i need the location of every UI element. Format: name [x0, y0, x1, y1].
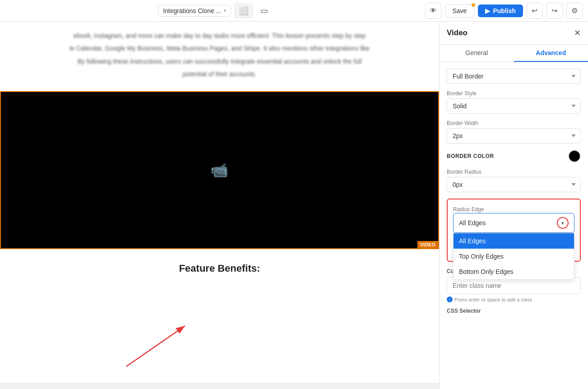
undo-icon: ↩ [532, 6, 537, 15]
border-width-select[interactable]: 2px [447, 128, 581, 144]
topbar-center: Integrations Clone ... ▾ ⬜ ▭ [158, 4, 272, 18]
border-style-group: Border Style Solid [447, 90, 581, 114]
desktop-view-button[interactable]: ⬜ [235, 4, 253, 18]
text-line-2: le Calendar, Google My Business, Meta Bu… [18, 43, 421, 53]
border-color-row: BORDER COLOR [447, 150, 581, 162]
border-radius-select[interactable]: 0px [447, 177, 581, 192]
topbar: Integrations Clone ... ▾ ⬜ ▭ 👁 Save ▶ Pu… [0, 0, 588, 22]
border-type-select[interactable]: Full Border [447, 69, 581, 84]
text-section: ebook, Instagram, and more can make day … [0, 22, 439, 91]
tab-general[interactable]: General [440, 45, 514, 62]
option-top-only-edges[interactable]: Top Only Edges [454, 249, 574, 264]
page-content: ebook, Instagram, and more can make day … [0, 22, 439, 383]
radius-edge-selected[interactable]: All Edges ▾ [453, 213, 574, 233]
panel-tabs: General Advanced [440, 45, 588, 62]
radius-edge-label: Radius Edge [453, 206, 484, 213]
border-color-label: BORDER COLOR [447, 153, 494, 159]
right-panel: Video ✕ General Advanced Full Border Bor… [439, 22, 588, 389]
border-style-label: Border Style [447, 90, 581, 97]
option-all-edges[interactable]: All Edges [454, 233, 574, 249]
css-selector-label: CSS Selector [447, 308, 581, 314]
settings-button[interactable]: ⚙ [566, 3, 583, 19]
project-name: Integrations Clone ... [163, 7, 221, 14]
radius-edge-dropdown[interactable]: All Edges ▾ All Edges Top Only Edges Bot… [453, 213, 574, 233]
panel-body: Full Border Border Style Solid Border Wi… [440, 62, 588, 389]
settings-icon: ⚙ [571, 6, 578, 15]
border-style-select[interactable]: Solid [447, 98, 581, 114]
canvas-area[interactable]: ebook, Instagram, and more can make day … [0, 22, 439, 389]
main-content: ebook, Instagram, and more can make day … [0, 22, 588, 389]
border-radius-label: Border Radius [447, 169, 581, 175]
border-width-label: Border Width [447, 120, 581, 126]
video-section[interactable]: 📹 VIDEO [0, 91, 439, 249]
panel-header: Video ✕ [440, 22, 588, 45]
dropdown-chevron-icon: ▾ [557, 217, 569, 229]
tab-advanced-label: Advanced [536, 49, 566, 56]
topbar-right: 👁 Save ▶ Publish ↩ ↪ ⚙ [425, 3, 583, 19]
text-line-3: By following these instructions, users c… [18, 56, 421, 66]
tab-general-label: General [465, 49, 488, 56]
tablet-view-button[interactable]: ▭ [256, 4, 272, 18]
features-section: Feature Benefits: [0, 249, 439, 288]
video-badge: VIDEO [417, 241, 438, 248]
radius-edge-section: Radius Edge All Edges ▾ All Edges Top On… [447, 199, 581, 262]
text-line-4: potential of their accounts. [18, 69, 421, 79]
tab-advanced[interactable]: Advanced [514, 45, 588, 62]
undo-button[interactable]: ↩ [527, 3, 543, 19]
preview-button[interactable]: 👁 [425, 3, 441, 19]
save-label: Save [453, 7, 467, 14]
video-inner: 📹 [66, 92, 372, 248]
unsaved-dot [472, 3, 475, 7]
redo-button[interactable]: ↪ [546, 3, 563, 19]
panel-close-button[interactable]: ✕ [574, 28, 581, 38]
hint-text: Press enter or space to add a class [454, 297, 532, 302]
project-selector[interactable]: Integrations Clone ... ▾ [158, 5, 231, 17]
features-title: Feature Benefits: [18, 263, 421, 274]
panel-title: Video [447, 28, 468, 37]
class-hint: i Press enter or space to add a class [447, 296, 581, 302]
video-camera-icon: 📹 [210, 162, 228, 179]
redo-icon: ↪ [551, 6, 557, 15]
publish-icon: ▶ [485, 7, 490, 14]
border-color-swatch[interactable] [568, 150, 581, 162]
project-chevron-icon: ▾ [224, 8, 226, 13]
info-icon: i [447, 296, 453, 302]
preview-icon: 👁 [430, 7, 437, 15]
option-bottom-only-edges[interactable]: Bottom Only Edges [454, 264, 574, 279]
save-button[interactable]: Save [445, 4, 475, 18]
radius-edge-value: All Edges [459, 219, 486, 227]
publish-button[interactable]: ▶ Publish [478, 5, 523, 17]
publish-label: Publish [493, 7, 516, 14]
border-color-group: BORDER COLOR [447, 150, 581, 162]
text-line-1: ebook, Instagram, and more can make day … [18, 31, 421, 41]
border-radius-group: Border Radius 0px [447, 169, 581, 192]
radius-edge-menu: All Edges Top Only Edges Bottom Only Edg… [453, 233, 574, 280]
border-type-group: Full Border [447, 69, 581, 84]
border-width-group: Border Width 2px [447, 120, 581, 144]
